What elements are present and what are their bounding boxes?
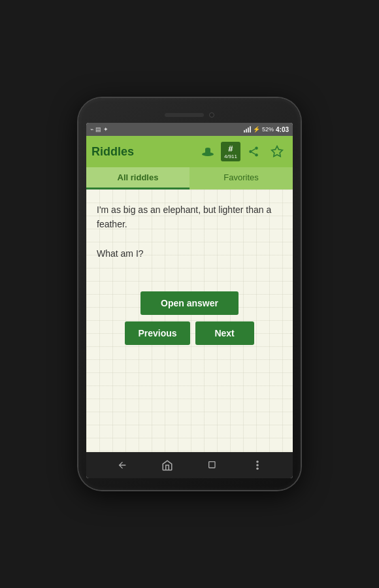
riddle-main-text: I'm as big as an elephant, but lighter t… (97, 204, 271, 229)
camera (209, 112, 214, 118)
share-icon[interactable] (243, 141, 264, 162)
svg-line-6 (252, 152, 255, 154)
home-button[interactable] (154, 455, 180, 475)
svg-marker-8 (272, 146, 283, 157)
svg-line-7 (252, 149, 255, 151)
svg-point-10 (256, 461, 259, 463)
tab-favorites[interactable]: Favorites (190, 167, 293, 189)
phone-top-bar (86, 110, 293, 123)
svg-point-12 (256, 468, 259, 470)
tab-bar: All riddles Favorites (86, 167, 293, 189)
tab-all-riddles[interactable]: All riddles (86, 167, 190, 189)
open-answer-button[interactable]: Open answer (140, 291, 239, 315)
phone-device: ⌁ ▤ ✦ ⚡ 52% 4:03 Riddles (78, 98, 301, 490)
android-icon: ✦ (103, 126, 108, 133)
hash-counter-btn[interactable]: # 4/911 (221, 142, 240, 161)
android-nav-bar (86, 452, 293, 478)
svg-point-3 (255, 147, 258, 150)
app-bar-actions: # 4/911 (197, 141, 288, 162)
nav-buttons-row: Previous Next (125, 321, 254, 345)
recents-button[interactable] (199, 455, 225, 475)
hash-symbol: # (224, 144, 237, 154)
speaker (165, 113, 204, 117)
svg-point-4 (249, 150, 252, 154)
content-area: I'm as big as an elephant, but lighter t… (86, 189, 293, 452)
sim-icon: ▤ (95, 126, 101, 133)
riddle-body-text: I'm as big as an elephant, but lighter t… (97, 203, 282, 261)
svg-point-5 (255, 154, 258, 157)
clock-time: 4:03 (276, 126, 289, 133)
riddle-question-text: What am I? (97, 248, 144, 259)
hat-icon[interactable] (197, 141, 218, 162)
status-left-icons: ⌁ ▤ ✦ (90, 126, 108, 133)
app-title: Riddles (91, 145, 197, 159)
status-bar: ⌁ ▤ ✦ ⚡ 52% 4:03 (86, 123, 293, 136)
usb-icon: ⌁ (90, 126, 93, 133)
svg-point-11 (256, 464, 259, 466)
svg-rect-9 (208, 462, 214, 468)
next-button[interactable]: Next (195, 321, 254, 345)
riddle-position: 4/911 (224, 154, 237, 159)
more-options-button[interactable] (244, 455, 271, 475)
charging-icon: ⚡ (253, 126, 260, 133)
signal-icon (244, 126, 251, 133)
back-button[interactable] (109, 455, 135, 475)
app-bar: Riddles # 4/911 (86, 136, 293, 167)
status-right-info: ⚡ 52% 4:03 (244, 126, 289, 133)
battery-level: 52% (262, 126, 274, 133)
action-buttons: Open answer Previous Next (125, 291, 254, 345)
previous-button[interactable]: Previous (125, 321, 190, 345)
star-icon[interactable] (267, 141, 288, 162)
svg-point-2 (205, 148, 210, 150)
phone-screen: ⌁ ▤ ✦ ⚡ 52% 4:03 Riddles (86, 123, 293, 478)
